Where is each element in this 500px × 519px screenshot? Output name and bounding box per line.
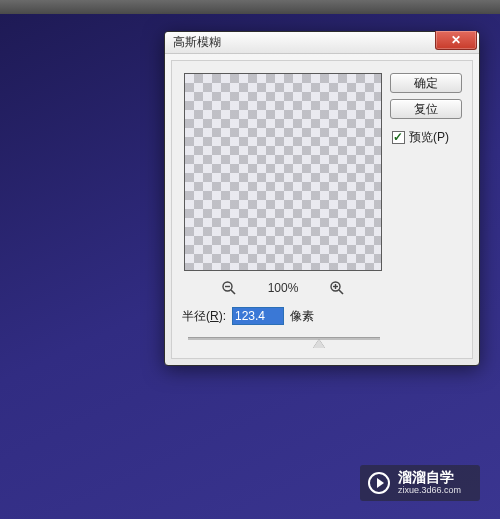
- preview-area[interactable]: [184, 73, 382, 271]
- close-icon: ✕: [451, 33, 461, 47]
- preview-checkbox[interactable]: [392, 131, 405, 144]
- play-icon: [368, 472, 390, 494]
- app-menubar: [0, 0, 500, 14]
- zoom-out-icon: [221, 280, 237, 296]
- dialog-title: 高斯模糊: [173, 34, 221, 51]
- preview-checkbox-row: 预览(P): [390, 129, 462, 146]
- radius-slider[interactable]: [188, 333, 380, 347]
- ok-button[interactable]: 确定: [390, 73, 462, 93]
- zoom-in-button[interactable]: [329, 280, 345, 296]
- radius-input[interactable]: [232, 307, 284, 325]
- preview-checkbox-label: 预览(P): [409, 129, 449, 146]
- dialog-buttons-column: 确定 复位 预览(P): [390, 73, 462, 146]
- watermark-sub: zixue.3d66.com: [398, 486, 461, 496]
- close-button[interactable]: ✕: [435, 31, 477, 50]
- slider-track: [188, 337, 380, 340]
- reset-button[interactable]: 复位: [390, 99, 462, 119]
- slider-thumb[interactable]: [313, 339, 325, 348]
- radius-label: 半径(R):: [182, 308, 226, 325]
- radius-unit: 像素: [290, 308, 314, 325]
- svg-line-4: [339, 290, 343, 294]
- app-background: 高斯模糊 ✕ 100%: [0, 0, 500, 519]
- watermark: 溜溜自学 zixue.3d66.com: [360, 465, 480, 501]
- zoom-out-button[interactable]: [221, 280, 237, 296]
- radius-row: 半径(R): 像素: [182, 307, 414, 325]
- gaussian-blur-dialog: 高斯模糊 ✕ 100%: [164, 31, 480, 366]
- document-canvas: 高斯模糊 ✕ 100%: [0, 14, 500, 519]
- zoom-value: 100%: [261, 281, 305, 295]
- dialog-titlebar[interactable]: 高斯模糊 ✕: [165, 32, 479, 54]
- zoom-in-icon: [329, 280, 345, 296]
- watermark-text: 溜溜自学 zixue.3d66.com: [398, 470, 461, 495]
- dialog-body: 100% 半径(R): 像素: [171, 60, 473, 359]
- watermark-main: 溜溜自学: [398, 470, 461, 485]
- svg-line-1: [231, 290, 235, 294]
- zoom-controls: 100%: [184, 277, 382, 299]
